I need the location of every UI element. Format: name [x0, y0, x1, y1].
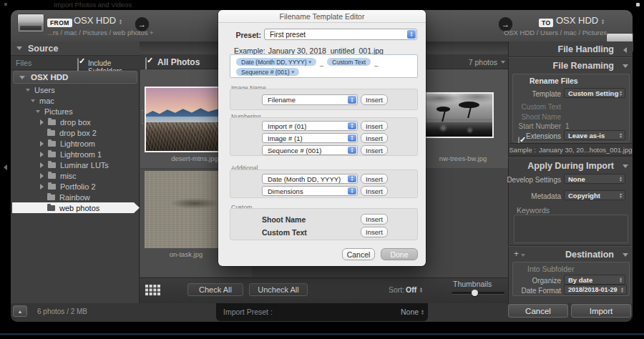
- disclosure-right-icon[interactable]: [40, 184, 44, 190]
- destination-header[interactable]: Destination: [508, 246, 633, 262]
- insert-button[interactable]: Insert: [361, 133, 388, 143]
- disclosure-right-icon[interactable]: [40, 141, 44, 147]
- disclosure-down-icon[interactable]: [36, 110, 40, 113]
- stepper-icon[interactable]: [348, 96, 356, 104]
- panel-show-arrow-icon[interactable]: [4, 164, 7, 170]
- from-device-path[interactable]: ...rs / mac / Pictures / web photos +: [47, 29, 154, 36]
- import-preset-value[interactable]: None: [401, 308, 419, 316]
- stepper-icon[interactable]: [407, 30, 416, 39]
- metadata-select[interactable]: Copyright: [564, 190, 625, 200]
- insert-button[interactable]: Insert: [361, 227, 388, 237]
- tree-item-pictures[interactable]: Pictures: [12, 106, 138, 117]
- photo-count-dropdown-icon[interactable]: [501, 61, 505, 64]
- stepper-icon[interactable]: [348, 175, 356, 182]
- cancel-button[interactable]: Cancel: [342, 248, 375, 260]
- from-device-stepper-icon[interactable]: [119, 19, 122, 24]
- insert-button[interactable]: Insert: [361, 94, 388, 105]
- disclosure-right-icon[interactable]: [40, 173, 44, 179]
- volume-header-osx-hdd[interactable]: OSX HDD: [13, 71, 137, 84]
- tree-item-mac[interactable]: mac: [12, 95, 138, 106]
- uncheck-all-button[interactable]: Uncheck All: [249, 283, 308, 296]
- image-number-value: Image # (1): [268, 134, 303, 142]
- from-badge: FROM: [47, 19, 72, 27]
- expanded-arrow-icon[interactable]: [623, 253, 628, 257]
- stepper-icon[interactable]: [348, 122, 356, 129]
- done-button[interactable]: Done: [381, 248, 418, 260]
- sequence-number-select[interactable]: Sequence # (001): [262, 145, 358, 155]
- tree-item-web-photos-selected[interactable]: web photos: [12, 202, 140, 213]
- grid-view-icon[interactable]: [145, 285, 160, 298]
- expanded-arrow-icon[interactable]: [623, 164, 628, 168]
- keywords-textarea[interactable]: [514, 215, 628, 243]
- include-subfolders-checkbox[interactable]: [77, 58, 79, 72]
- check-all-button[interactable]: Check All: [187, 283, 243, 296]
- date-format-select[interactable]: 2018/2018-01-29: [564, 285, 627, 295]
- collapsed-arrow-icon[interactable]: [623, 47, 627, 53]
- token-sequence[interactable]: Sequence # (001): [236, 68, 299, 76]
- filename-select[interactable]: Filename: [262, 94, 358, 105]
- disclosure-right-icon[interactable]: [40, 152, 44, 157]
- to-device-stepper-icon[interactable]: [601, 19, 605, 24]
- disclosure-right-icon[interactable]: [40, 162, 44, 168]
- insert-button[interactable]: Insert: [361, 145, 388, 155]
- image-number-select[interactable]: Image # (1): [262, 133, 358, 143]
- to-device-name[interactable]: OSX HDD: [556, 15, 598, 26]
- tree-item-drop-box[interactable]: drop box: [12, 117, 138, 127]
- import-preset-stepper-icon[interactable]: [421, 309, 424, 315]
- tree-item-rainbow[interactable]: Rainbow: [12, 192, 138, 202]
- tree-item-misc[interactable]: misc: [12, 170, 138, 181]
- dimensions-select[interactable]: Dimensions: [262, 186, 358, 196]
- photo-checkbox[interactable]: [142, 110, 143, 124]
- extensions-select[interactable]: Leave as-is: [564, 130, 625, 140]
- tree-item-lightroom[interactable]: Lightroom: [12, 138, 138, 149]
- sort-stepper-icon[interactable]: [419, 287, 423, 293]
- stepper-icon[interactable]: [348, 187, 356, 195]
- file-handling-header[interactable]: File Handling: [508, 41, 633, 57]
- date-select[interactable]: Date (Month DD, YYYY): [262, 174, 358, 184]
- thumbnail-nw-trees-bw[interactable]: [421, 92, 494, 138]
- insert-button[interactable]: Insert: [361, 174, 388, 184]
- import-button[interactable]: Import: [571, 304, 631, 318]
- expanded-arrow-icon[interactable]: [623, 64, 628, 68]
- thumbnail-on-task[interactable]: [145, 171, 218, 248]
- plus-dropdown-icon[interactable]: [521, 254, 525, 257]
- disclosure-right-icon[interactable]: [40, 119, 44, 125]
- token-custom-text[interactable]: Custom Text: [327, 58, 371, 66]
- add-destination-plus-button[interactable]: +: [514, 249, 519, 259]
- cancel-import-button[interactable]: Cancel: [508, 304, 568, 318]
- tree-item-drop-box-2[interactable]: drop box 2: [12, 127, 138, 138]
- volume-disclosure-icon[interactable]: [19, 76, 25, 79]
- tree-item-portfolio-2[interactable]: Portfolio 2: [12, 181, 138, 192]
- template-token-field[interactable]: Date (Month DD, YYYY) _ Custom Text _ Se…: [230, 54, 418, 78]
- tree-item-lightroom-1[interactable]: Lightroom 1: [12, 149, 138, 159]
- source-drive-icon[interactable]: [17, 14, 44, 33]
- thumbnails-slider-thumb[interactable]: [472, 290, 478, 296]
- file-renaming-header[interactable]: File Renaming: [508, 57, 633, 73]
- from-device-name[interactable]: OSX HDD: [74, 15, 116, 26]
- source-panel-header[interactable]: Source: [11, 41, 140, 56]
- insert-button[interactable]: Insert: [361, 214, 388, 225]
- collapse-bottom-button[interactable]: [13, 305, 27, 317]
- stepper-icon[interactable]: [348, 134, 356, 142]
- insert-button[interactable]: Insert: [361, 121, 388, 131]
- disclosure-down-icon[interactable]: [26, 89, 30, 92]
- sort-value[interactable]: Off: [406, 285, 416, 294]
- template-select[interactable]: Custom Settings: [564, 88, 625, 98]
- to-device-path[interactable]: OSX HDD / Users / mac / Pictures: [476, 29, 607, 36]
- stepper-icon[interactable]: [348, 147, 356, 154]
- accent-line-shadow: [0, 335, 644, 335]
- panel-collapse-icon[interactable]: [16, 46, 22, 50]
- disclosure-down-icon[interactable]: [31, 99, 35, 102]
- import-number-select[interactable]: Import # (01): [262, 121, 358, 131]
- insert-button[interactable]: Insert: [361, 186, 388, 196]
- tree-item-luminar-luts[interactable]: Luminar LUTs: [12, 159, 138, 170]
- thumbnails-slider[interactable]: [452, 292, 504, 294]
- preset-select[interactable]: First preset: [264, 29, 417, 40]
- tree-item-users[interactable]: Users: [12, 84, 138, 95]
- all-photos-label[interactable]: All Photos: [157, 57, 200, 67]
- apply-during-import-header[interactable]: Apply During Import: [508, 157, 633, 173]
- organize-select[interactable]: By date: [564, 275, 625, 285]
- develop-settings-select[interactable]: None: [564, 174, 625, 184]
- start-number-value[interactable]: 1: [565, 122, 570, 130]
- token-date[interactable]: Date (Month DD, YYYY): [236, 58, 316, 66]
